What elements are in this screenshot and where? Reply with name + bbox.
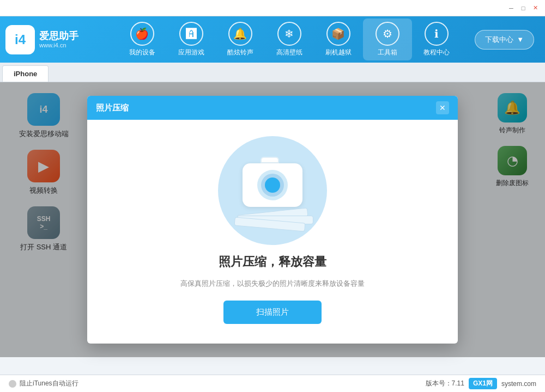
- download-label: 下载中心: [485, 35, 513, 45]
- nav-icon-ringtone: 🔔: [228, 22, 252, 46]
- tab-iphone[interactable]: iPhone: [2, 65, 49, 82]
- photo-compress-modal: 照片压缩 ✕: [87, 96, 458, 344]
- scan-photos-button[interactable]: 扫描照片: [223, 301, 322, 324]
- modal-sub-text: 高保真照片压缩，以损失极少的照片清晰度来释放设备容量: [180, 279, 365, 289]
- itunes-status-text: 阻止iTunes自动运行: [20, 379, 78, 388]
- nav-label-wallpaper: 高清壁纸: [276, 48, 302, 57]
- camera-body: [243, 163, 302, 207]
- minimize-button[interactable]: ─: [506, 4, 517, 13]
- lens-mid: [261, 174, 284, 197]
- nav-item-my-device[interactable]: 🍎 我的设备: [118, 19, 167, 60]
- main-content: i4 安装爱思移动端 ▶ 视频转换 SSH>_ 打开 SSH 通道 🔔 铃声制作…: [0, 82, 545, 375]
- nav-item-tools[interactable]: ⚙ 工具箱: [363, 19, 412, 60]
- lens-outer: [257, 170, 288, 200]
- download-button[interactable]: 下载中心 ▼: [475, 30, 534, 50]
- gxi-badge: GX1网: [469, 378, 497, 389]
- nav-label-app-game: 应用游戏: [178, 48, 204, 57]
- download-icon: ▼: [517, 35, 524, 44]
- modal-close-button[interactable]: ✕: [436, 101, 449, 114]
- nav-icons: 🍎 我的设备 🅰 应用游戏 🔔 酷炫铃声 ❄ 高清壁纸 📦 刷机越狱 ⚙ 工具箱…: [104, 19, 475, 60]
- nav-label-ringtone: 酷炫铃声: [227, 48, 253, 57]
- nav-item-ringtone[interactable]: 🔔 酷炫铃声: [216, 19, 265, 60]
- statusbar: 阻止iTunes自动运行 版本号：7.11 GX1网 system.com: [0, 375, 545, 392]
- nav-label-tutorial: 教程中心: [423, 48, 450, 57]
- nav-icon-my-device: 🍎: [130, 22, 154, 46]
- nav-item-jailbreak[interactable]: 📦 刷机越狱: [314, 19, 363, 60]
- modal-main-text: 照片压缩，释放容量: [219, 254, 326, 270]
- nav-item-app-game[interactable]: 🅰 应用游戏: [167, 19, 216, 60]
- logo-text: 爱思助手 www.i4.cn: [39, 30, 78, 49]
- nav-icon-wallpaper: ❄: [277, 22, 301, 46]
- logo-symbol: i4: [15, 32, 26, 47]
- statusbar-right: 版本号：7.11 GX1网 system.com: [426, 378, 536, 389]
- titlebar: ─ □ ✕: [0, 0, 545, 16]
- modal-header: 照片压缩 ✕: [87, 96, 458, 120]
- nav-icon-tools: ⚙: [376, 22, 399, 46]
- modal-body: 照片压缩，释放容量 高保真照片压缩，以损失极少的照片清晰度来释放设备容量 扫描照…: [87, 120, 458, 344]
- modal-title: 照片压缩: [96, 103, 436, 113]
- camera-top: [261, 157, 279, 163]
- logo-area: i4 爱思助手 www.i4.cn: [5, 25, 104, 54]
- nav-item-wallpaper[interactable]: ❄ 高清壁纸: [265, 19, 314, 60]
- status-dot: [9, 380, 16, 388]
- nav-icon-tutorial: ℹ: [425, 22, 449, 46]
- camera-illustration: [213, 136, 332, 245]
- nav-icon-app-game: 🅰: [179, 22, 203, 46]
- nav-label-my-device: 我的设备: [129, 48, 155, 57]
- nav-label-tools: 工具箱: [378, 48, 397, 57]
- version-text: 版本号：7.11: [426, 379, 464, 388]
- lens-inner: [265, 177, 280, 193]
- system-label: system.com: [501, 380, 536, 388]
- header: i4 爱思助手 www.i4.cn 🍎 我的设备 🅰 应用游戏 🔔 酷炫铃声 ❄…: [0, 16, 545, 63]
- maximize-button[interactable]: □: [518, 4, 529, 13]
- modal-overlay: 照片压缩 ✕: [0, 82, 545, 357]
- close-button[interactable]: ✕: [530, 4, 541, 13]
- nav-item-tutorial[interactable]: ℹ 教程中心: [412, 19, 461, 60]
- logo-icon: i4: [5, 25, 35, 54]
- nav-label-jailbreak: 刷机越狱: [325, 48, 352, 57]
- logo-title: 爱思助手: [39, 30, 78, 42]
- statusbar-left: 阻止iTunes自动运行: [9, 379, 426, 388]
- tabs-area: iPhone: [0, 63, 545, 82]
- nav-icon-jailbreak: 📦: [326, 22, 350, 46]
- logo-url: www.i4.cn: [39, 42, 78, 48]
